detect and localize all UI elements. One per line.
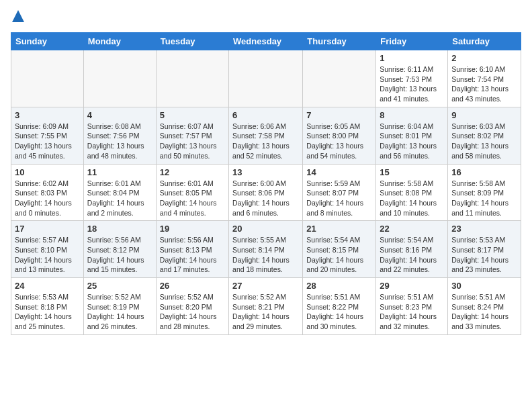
day-number: 3 <box>15 110 80 120</box>
calendar-cell: 24Sunrise: 5:53 AMSunset: 8:18 PMDayligh… <box>11 278 84 335</box>
day-info: Sunrise: 6:01 AMSunset: 8:04 PMDaylight:… <box>87 179 152 218</box>
day-number: 24 <box>15 281 80 291</box>
day-info: Sunrise: 6:09 AMSunset: 7:55 PMDaylight:… <box>15 122 80 161</box>
day-number: 10 <box>15 167 80 177</box>
day-number: 19 <box>160 224 225 234</box>
calendar: SundayMondayTuesdayWednesdayThursdayFrid… <box>11 32 521 335</box>
calendar-cell: 6Sunrise: 6:06 AMSunset: 7:58 PMDaylight… <box>229 107 303 164</box>
day-info: Sunrise: 5:58 AMSunset: 8:09 PMDaylight:… <box>451 179 517 218</box>
day-info: Sunrise: 5:53 AMSunset: 8:18 PMDaylight:… <box>15 292 80 332</box>
day-info: Sunrise: 6:08 AMSunset: 7:56 PMDaylight:… <box>87 122 152 161</box>
weekday-header-monday: Monday <box>83 33 156 50</box>
day-info: Sunrise: 5:51 AMSunset: 8:22 PMDaylight:… <box>306 292 372 332</box>
page: SundayMondayTuesdayWednesdayThursdayFrid… <box>0 0 532 346</box>
calendar-cell: 19Sunrise: 5:56 AMSunset: 8:13 PMDayligh… <box>156 221 228 278</box>
day-number: 20 <box>232 224 299 234</box>
day-info: Sunrise: 6:02 AMSunset: 8:03 PMDaylight:… <box>15 179 80 218</box>
logo-triangle-icon <box>12 10 24 22</box>
day-info: Sunrise: 6:01 AMSunset: 8:05 PMDaylight:… <box>160 179 225 218</box>
day-info: Sunrise: 5:52 AMSunset: 8:20 PMDaylight:… <box>160 292 225 332</box>
calendar-cell: 8Sunrise: 6:04 AMSunset: 8:01 PMDaylight… <box>376 107 448 164</box>
day-number: 5 <box>160 110 225 120</box>
day-info: Sunrise: 5:53 AMSunset: 8:17 PMDaylight:… <box>451 235 517 275</box>
day-info: Sunrise: 5:58 AMSunset: 8:08 PMDaylight:… <box>380 179 444 218</box>
day-info: Sunrise: 5:57 AMSunset: 8:10 PMDaylight:… <box>15 235 80 275</box>
day-number: 8 <box>380 110 444 120</box>
day-number: 9 <box>451 110 517 120</box>
day-number: 28 <box>306 281 372 291</box>
day-info: Sunrise: 5:56 AMSunset: 8:12 PMDaylight:… <box>87 235 152 275</box>
weekday-header-friday: Friday <box>376 33 448 50</box>
calendar-cell: 22Sunrise: 5:54 AMSunset: 8:16 PMDayligh… <box>376 221 448 278</box>
weekday-header-saturday: Saturday <box>448 33 521 50</box>
day-number: 14 <box>306 167 372 177</box>
week-row-1: 1Sunrise: 6:11 AMSunset: 7:53 PMDaylight… <box>11 50 521 107</box>
day-info: Sunrise: 5:55 AMSunset: 8:14 PMDaylight:… <box>232 235 299 275</box>
calendar-cell: 15Sunrise: 5:58 AMSunset: 8:08 PMDayligh… <box>376 164 448 221</box>
day-number: 16 <box>451 167 517 177</box>
calendar-cell <box>303 50 376 107</box>
week-row-3: 10Sunrise: 6:02 AMSunset: 8:03 PMDayligh… <box>11 164 521 221</box>
svg-marker-0 <box>12 10 24 22</box>
day-info: Sunrise: 6:04 AMSunset: 8:01 PMDaylight:… <box>380 122 444 161</box>
calendar-cell <box>156 50 228 107</box>
day-number: 4 <box>87 110 152 120</box>
header <box>11 11 521 26</box>
calendar-cell: 12Sunrise: 6:01 AMSunset: 8:05 PMDayligh… <box>156 164 228 221</box>
calendar-cell: 5Sunrise: 6:07 AMSunset: 7:57 PMDaylight… <box>156 107 228 164</box>
day-number: 17 <box>15 224 80 234</box>
day-info: Sunrise: 6:10 AMSunset: 7:54 PMDaylight:… <box>451 64 517 104</box>
day-info: Sunrise: 5:51 AMSunset: 8:23 PMDaylight:… <box>380 292 444 332</box>
weekday-header-wednesday: Wednesday <box>229 33 303 50</box>
day-info: Sunrise: 6:07 AMSunset: 7:57 PMDaylight:… <box>160 122 225 161</box>
day-info: Sunrise: 5:52 AMSunset: 8:21 PMDaylight:… <box>232 292 299 332</box>
calendar-cell: 14Sunrise: 5:59 AMSunset: 8:07 PMDayligh… <box>303 164 376 221</box>
calendar-cell: 13Sunrise: 6:00 AMSunset: 8:06 PMDayligh… <box>229 164 303 221</box>
calendar-cell: 25Sunrise: 5:52 AMSunset: 8:19 PMDayligh… <box>83 278 156 335</box>
day-info: Sunrise: 5:56 AMSunset: 8:13 PMDaylight:… <box>160 235 225 275</box>
day-info: Sunrise: 6:06 AMSunset: 7:58 PMDaylight:… <box>232 122 299 161</box>
day-number: 15 <box>380 167 444 177</box>
week-row-5: 24Sunrise: 5:53 AMSunset: 8:18 PMDayligh… <box>11 278 521 335</box>
day-info: Sunrise: 5:54 AMSunset: 8:16 PMDaylight:… <box>380 235 444 275</box>
day-info: Sunrise: 6:05 AMSunset: 8:00 PMDaylight:… <box>306 122 372 161</box>
week-row-4: 17Sunrise: 5:57 AMSunset: 8:10 PMDayligh… <box>11 221 521 278</box>
day-number: 13 <box>232 167 299 177</box>
calendar-cell: 23Sunrise: 5:53 AMSunset: 8:17 PMDayligh… <box>448 221 521 278</box>
calendar-cell: 9Sunrise: 6:03 AMSunset: 8:02 PMDaylight… <box>448 107 521 164</box>
day-info: Sunrise: 6:00 AMSunset: 8:06 PMDaylight:… <box>232 179 299 218</box>
day-number: 29 <box>380 281 444 291</box>
calendar-cell: 1Sunrise: 6:11 AMSunset: 7:53 PMDaylight… <box>376 50 448 107</box>
day-info: Sunrise: 5:54 AMSunset: 8:15 PMDaylight:… <box>306 235 372 275</box>
day-number: 22 <box>380 224 444 234</box>
weekday-header-row: SundayMondayTuesdayWednesdayThursdayFrid… <box>11 33 521 50</box>
day-info: Sunrise: 6:03 AMSunset: 8:02 PMDaylight:… <box>451 122 517 161</box>
calendar-cell: 26Sunrise: 5:52 AMSunset: 8:20 PMDayligh… <box>156 278 228 335</box>
calendar-cell: 27Sunrise: 5:52 AMSunset: 8:21 PMDayligh… <box>229 278 303 335</box>
calendar-cell <box>11 50 84 107</box>
logo <box>11 11 24 26</box>
day-number: 30 <box>451 281 517 291</box>
day-number: 23 <box>451 224 517 234</box>
week-row-2: 3Sunrise: 6:09 AMSunset: 7:55 PMDaylight… <box>11 107 521 164</box>
day-number: 26 <box>160 281 225 291</box>
calendar-cell: 17Sunrise: 5:57 AMSunset: 8:10 PMDayligh… <box>11 221 84 278</box>
calendar-cell: 21Sunrise: 5:54 AMSunset: 8:15 PMDayligh… <box>303 221 376 278</box>
day-info: Sunrise: 5:59 AMSunset: 8:07 PMDaylight:… <box>306 179 372 218</box>
calendar-cell: 2Sunrise: 6:10 AMSunset: 7:54 PMDaylight… <box>448 50 521 107</box>
day-number: 18 <box>87 224 152 234</box>
calendar-cell: 18Sunrise: 5:56 AMSunset: 8:12 PMDayligh… <box>83 221 156 278</box>
calendar-cell: 7Sunrise: 6:05 AMSunset: 8:00 PMDaylight… <box>303 107 376 164</box>
day-number: 25 <box>87 281 152 291</box>
weekday-header-sunday: Sunday <box>11 33 84 50</box>
calendar-cell: 30Sunrise: 5:51 AMSunset: 8:24 PMDayligh… <box>448 278 521 335</box>
calendar-cell: 20Sunrise: 5:55 AMSunset: 8:14 PMDayligh… <box>229 221 303 278</box>
calendar-cell <box>83 50 156 107</box>
day-info: Sunrise: 6:11 AMSunset: 7:53 PMDaylight:… <box>380 64 444 104</box>
calendar-cell <box>229 50 303 107</box>
day-number: 11 <box>87 167 152 177</box>
day-number: 12 <box>160 167 225 177</box>
day-info: Sunrise: 5:51 AMSunset: 8:24 PMDaylight:… <box>451 292 517 332</box>
day-number: 21 <box>306 224 372 234</box>
calendar-cell: 10Sunrise: 6:02 AMSunset: 8:03 PMDayligh… <box>11 164 84 221</box>
